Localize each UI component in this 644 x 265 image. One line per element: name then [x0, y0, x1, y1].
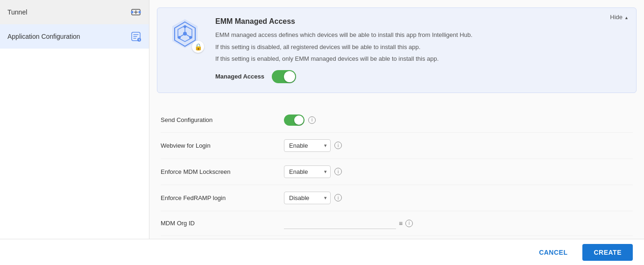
mdm-org-id-label: MDM Org ID	[161, 220, 273, 227]
main-content: 🔒 EMM Managed Access EMM managed access …	[149, 0, 644, 239]
emm-banner: 🔒 EMM Managed Access EMM managed access …	[157, 7, 637, 93]
svg-point-13	[189, 36, 192, 39]
hide-label: Hide	[610, 14, 623, 21]
emm-banner-title: EMM Managed Access	[215, 17, 625, 26]
send-config-toggle-knob	[294, 115, 304, 125]
svg-rect-1	[131, 11, 133, 13]
mdm-org-id-control: ≡ i	[284, 218, 413, 229]
webview-row: Webview for Login Enable Disable ▾ i	[161, 133, 633, 159]
sidebar-item-tunnel-label: Tunnel	[7, 8, 27, 16]
svg-point-8	[183, 32, 187, 36]
webview-select-wrapper: Enable Disable ▾	[284, 139, 331, 152]
chevron-up-icon	[624, 14, 629, 21]
sidebar-item-app-config[interactable]: Application Configuration	[0, 24, 149, 49]
emm-banner-content: EMM Managed Access EMM managed access de…	[215, 17, 625, 83]
mdm-org-id-input[interactable]	[284, 218, 396, 229]
enforce-mdm-info-icon[interactable]: i	[334, 168, 342, 175]
webview-select[interactable]: Enable Disable	[284, 139, 331, 152]
emm-managed-label: Managed Access	[215, 73, 264, 80]
mdm-org-id-row: MDM Org ID ≡ i	[161, 211, 633, 236]
enforce-mdm-select[interactable]: Enable Disable	[284, 165, 331, 178]
managed-access-toggle-knob	[284, 71, 295, 82]
svg-point-14	[178, 36, 181, 39]
webview-label: Webview for Login	[161, 142, 273, 149]
svg-rect-2	[139, 11, 141, 13]
form-section: Send Configuration i Webview for Login E…	[149, 100, 644, 239]
send-config-control: i	[284, 115, 316, 126]
sidebar-item-tunnel[interactable]: Tunnel	[0, 0, 149, 24]
emm-banner-desc3: If this setting is enabled, only EMM man…	[215, 54, 625, 64]
send-config-row: Send Configuration i	[161, 108, 633, 133]
managed-access-toggle[interactable]	[272, 70, 296, 83]
footer: CANCEL CREATE	[0, 239, 644, 265]
create-button[interactable]: CREATE	[582, 244, 633, 261]
send-config-info-icon[interactable]: i	[308, 116, 316, 124]
svg-point-12	[184, 25, 186, 28]
webview-control: Enable Disable ▾ i	[284, 139, 342, 152]
mdm-org-id-lookup-icon[interactable]: ≡	[399, 220, 403, 227]
app-config-icon	[130, 31, 142, 42]
variable-email-row: Variable where email addresses can be in…	[161, 236, 633, 239]
emm-managed-row: Managed Access	[215, 70, 625, 83]
enforce-mdm-control: Enable Disable ▾ i	[284, 165, 342, 178]
send-config-label: Send Configuration	[161, 116, 273, 123]
emm-banner-desc1: EMM managed access defines which devices…	[215, 30, 625, 40]
sidebar-item-app-config-label: Application Configuration	[7, 33, 80, 40]
enforce-fedramp-control: Enable Disable ▾ i	[284, 192, 342, 204]
webview-info-icon[interactable]: i	[334, 142, 342, 149]
enforce-fedramp-row: Enforce FedRAMP login Enable Disable ▾ i	[161, 185, 633, 211]
enforce-mdm-select-wrapper: Enable Disable ▾	[284, 165, 331, 178]
enforce-fedramp-select[interactable]: Enable Disable	[284, 192, 331, 204]
mdm-org-id-info-icon[interactable]: i	[405, 220, 413, 227]
enforce-mdm-label: Enforce MDM Lockscreen	[161, 168, 273, 175]
emm-logo: 🔒	[169, 17, 206, 55]
enforce-fedramp-select-wrapper: Enable Disable ▾	[284, 192, 331, 204]
enforce-fedramp-label: Enforce FedRAMP login	[161, 194, 273, 201]
emm-banner-desc2: If this setting is disabled, all registe…	[215, 43, 625, 52]
enforce-mdm-row: Enforce MDM Lockscreen Enable Disable ▾ …	[161, 159, 633, 185]
send-config-toggle[interactable]	[284, 115, 304, 126]
enforce-fedramp-info-icon[interactable]: i	[334, 194, 342, 201]
hide-button[interactable]: Hide	[610, 14, 629, 21]
lock-badge: 🔒	[192, 41, 204, 53]
cancel-button[interactable]: CANCEL	[531, 245, 575, 260]
sidebar: Tunnel Application Configuration	[0, 0, 149, 239]
tunnel-icon	[130, 7, 142, 18]
